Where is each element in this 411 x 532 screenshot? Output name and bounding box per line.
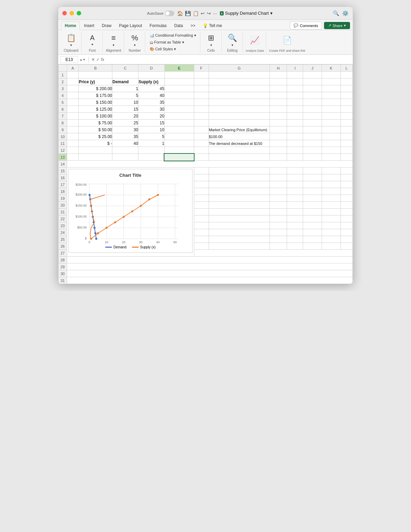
cell-k3[interactable] <box>322 85 340 92</box>
col-header-c[interactable]: C <box>112 65 138 72</box>
cell-d1[interactable] <box>138 72 164 78</box>
cell-a3[interactable] <box>67 85 78 92</box>
cell-g2[interactable] <box>209 78 270 85</box>
cell-d6[interactable]: 30 <box>138 106 164 113</box>
cell-b9[interactable]: $ 50.00 <box>79 126 112 133</box>
cell-b6[interactable]: $ 125.00 <box>79 106 112 113</box>
tab-more[interactable]: >> <box>187 22 199 30</box>
cell-c11[interactable]: 40 <box>112 140 138 147</box>
more-icon[interactable]: ··· <box>213 11 217 16</box>
col-header-g[interactable]: G <box>209 65 270 72</box>
col-header-l[interactable]: L <box>340 65 352 72</box>
redo-icon[interactable]: ↪ <box>207 11 211 16</box>
cell-f2[interactable] <box>194 78 209 85</box>
cell-k1[interactable] <box>322 72 340 78</box>
cell-b11[interactable]: $ - <box>79 140 112 147</box>
cell-g1[interactable] <box>209 72 270 78</box>
col-header-i[interactable]: I <box>287 65 303 72</box>
cell-c1[interactable] <box>112 72 138 78</box>
cell-d11[interactable]: 1 <box>138 140 164 147</box>
chart-container[interactable]: Chart Title $ $50.00 $100.00 $150.00 $20… <box>68 169 192 253</box>
cell-c3[interactable]: 1 <box>112 85 138 92</box>
minimize-button[interactable] <box>70 11 74 15</box>
share-settings-button[interactable]: ⚙️ <box>342 10 349 16</box>
tab-home[interactable]: Home <box>61 21 80 30</box>
cell-l3[interactable] <box>340 85 352 92</box>
cell-j1[interactable] <box>303 72 322 78</box>
cell-i2[interactable] <box>287 78 303 85</box>
share-button[interactable]: ↗ Share ▾ <box>324 22 350 29</box>
cell-i3[interactable] <box>287 85 303 92</box>
cell-d3[interactable]: 45 <box>138 85 164 92</box>
cell-reference-input[interactable] <box>60 56 78 63</box>
tab-data[interactable]: Data <box>171 22 186 30</box>
fullscreen-button[interactable] <box>77 11 81 15</box>
cell-b8[interactable]: $ 75.00 <box>79 120 112 126</box>
cell-g3[interactable] <box>209 85 270 92</box>
cell-e3[interactable] <box>164 85 194 92</box>
cell-f3[interactable] <box>194 85 209 92</box>
cell-d8[interactable]: 15 <box>138 120 164 126</box>
col-header-j[interactable]: J <box>303 65 322 72</box>
cell-b2[interactable]: Price (y) <box>79 78 112 85</box>
col-header-k[interactable]: K <box>322 65 340 72</box>
cell-d4[interactable]: 40 <box>138 92 164 99</box>
cell-a1[interactable] <box>67 72 78 78</box>
cell-b10[interactable]: $ 25.00 <box>79 133 112 140</box>
tab-formulas[interactable]: Formulas <box>146 22 170 30</box>
comments-button[interactable]: 💬 Comments <box>290 22 322 29</box>
format-as-table-button[interactable]: 🗂 Format as Table ▾ <box>148 39 186 46</box>
cancel-icon[interactable]: ✕ <box>91 57 95 62</box>
cell-d5[interactable]: 35 <box>138 99 164 106</box>
tab-page-layout[interactable]: Page Layout <box>115 22 145 30</box>
cells-button[interactable]: ⊞ ▾ <box>205 33 217 48</box>
cell-h3[interactable] <box>270 85 287 92</box>
alignment-button[interactable]: ≡ ▾ <box>108 33 120 48</box>
cell-b4[interactable]: $ 175.00 <box>79 92 112 99</box>
conditional-formatting-button[interactable]: 📊 Conditional Formatting ▾ <box>148 32 198 39</box>
cell-b5[interactable]: $ 150.00 <box>79 99 112 106</box>
cell-d10[interactable]: 5 <box>138 133 164 140</box>
save-icon[interactable]: 💾 <box>185 11 191 16</box>
close-button[interactable] <box>62 11 67 15</box>
cell-b1[interactable] <box>79 72 112 78</box>
cell-l2[interactable] <box>340 78 352 85</box>
cell-l1[interactable] <box>340 72 352 78</box>
col-header-d[interactable]: D <box>138 65 164 72</box>
cell-d7[interactable]: 20 <box>138 113 164 120</box>
cell-c7[interactable]: 20 <box>112 113 138 120</box>
analyze-data-button[interactable]: 📈 <box>248 35 261 46</box>
cell-c2[interactable]: Demand <box>112 78 138 85</box>
cell-h2[interactable] <box>270 78 287 85</box>
cell-j3[interactable] <box>303 85 322 92</box>
number-button[interactable]: % ▾ <box>129 33 141 48</box>
editing-button[interactable]: 🔍 ▾ <box>226 33 239 48</box>
cell-c5[interactable]: 10 <box>112 99 138 106</box>
cell-k2[interactable] <box>322 78 340 85</box>
tab-tell-me[interactable]: 💡 Tell me <box>199 22 225 30</box>
cell-b3[interactable]: $ 200.00 <box>79 85 112 92</box>
autosave-switch[interactable] <box>165 11 174 16</box>
cell-h1[interactable] <box>270 72 287 78</box>
autosave-toggle[interactable]: AutoSave <box>147 11 174 16</box>
create-pdf-button[interactable]: 📄 <box>281 35 294 46</box>
cell-f1[interactable] <box>194 72 209 78</box>
cell-styles-button[interactable]: 🎨 Cell Styles ▾ <box>148 46 178 52</box>
col-header-f[interactable]: F <box>194 65 209 72</box>
tab-draw[interactable]: Draw <box>98 22 115 30</box>
font-button[interactable]: A ▾ <box>86 33 99 47</box>
cell-a2[interactable] <box>67 78 78 85</box>
col-header-a[interactable]: A <box>67 65 78 72</box>
col-header-b[interactable]: B <box>79 65 112 72</box>
col-header-h[interactable]: H <box>270 65 287 72</box>
formula-input[interactable] <box>105 57 351 63</box>
cell-e2[interactable] <box>164 78 194 85</box>
cell-j2[interactable] <box>303 78 322 85</box>
cell-c10[interactable]: 35 <box>112 133 138 140</box>
undo-icon[interactable]: ↩ <box>201 11 205 16</box>
clipboard-button[interactable]: 📋 ▾ <box>65 33 77 48</box>
search-button[interactable]: 🔍 <box>333 10 339 16</box>
cell-e1[interactable] <box>164 72 194 78</box>
cell-i1[interactable] <box>287 72 303 78</box>
chart-cell[interactable]: Chart Title $ $50.00 $100.00 $150.00 $20… <box>67 168 194 257</box>
